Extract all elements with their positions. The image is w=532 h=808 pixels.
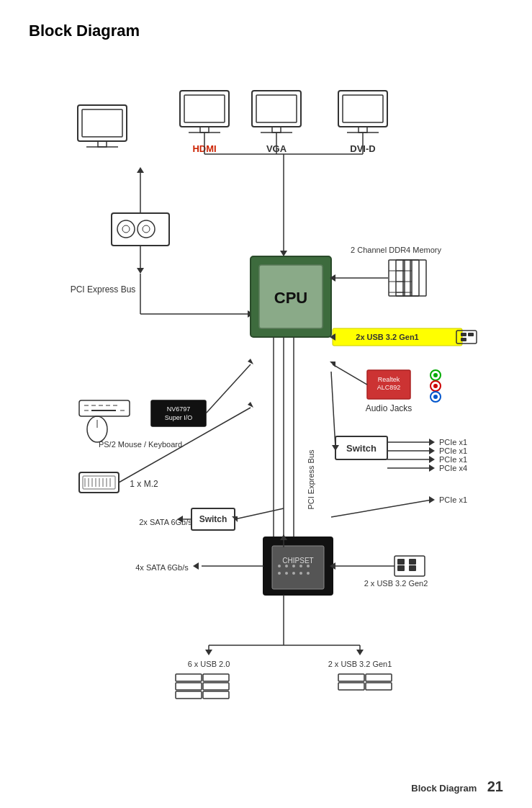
svg-rect-9 bbox=[256, 95, 297, 122]
svg-rect-141 bbox=[203, 674, 229, 681]
svg-point-116 bbox=[285, 572, 288, 575]
diagram-area: HDMI VGA DVI-D bbox=[29, 48, 504, 753]
svg-rect-140 bbox=[176, 691, 202, 699]
svg-marker-98 bbox=[429, 447, 435, 454]
ps2-label: PS/2 Mouse / Keyboard bbox=[99, 440, 182, 449]
svg-rect-138 bbox=[176, 674, 202, 681]
svg-rect-129 bbox=[409, 565, 416, 571]
usb20-icon bbox=[176, 674, 229, 699]
svg-point-114 bbox=[307, 565, 310, 567]
svg-rect-22 bbox=[112, 213, 169, 246]
svg-rect-50 bbox=[461, 338, 466, 341]
svg-rect-10 bbox=[272, 127, 281, 133]
svg-text:Super I/O: Super I/O bbox=[165, 414, 193, 421]
svg-rect-35 bbox=[389, 260, 405, 296]
svg-text:NV6797: NV6797 bbox=[167, 405, 191, 413]
cpu-label: CPU bbox=[274, 289, 307, 307]
footer-label: Block Diagram bbox=[411, 783, 477, 794]
svg-text:Realtek: Realtek bbox=[378, 376, 400, 383]
svg-rect-139 bbox=[176, 683, 202, 690]
svg-marker-94 bbox=[332, 445, 339, 451]
svg-line-105 bbox=[235, 508, 284, 519]
svg-rect-147 bbox=[366, 683, 392, 690]
footer-number: 21 bbox=[487, 778, 503, 794]
svg-rect-8 bbox=[252, 91, 301, 127]
svg-rect-13 bbox=[343, 95, 383, 122]
m2-icon bbox=[79, 472, 119, 493]
svg-point-118 bbox=[299, 572, 302, 575]
svg-marker-137 bbox=[356, 650, 364, 655]
svg-point-24 bbox=[122, 225, 130, 233]
pcie-bus-vertical-label: PCI Express Bus bbox=[307, 449, 315, 510]
usb32gen1-cpu-label: 2x USB 3.2 Gen1 bbox=[356, 333, 418, 341]
svg-point-117 bbox=[292, 572, 295, 575]
svg-point-23 bbox=[117, 220, 135, 238]
svg-point-113 bbox=[299, 565, 302, 567]
svg-rect-144 bbox=[338, 674, 364, 681]
svg-text:ALC892: ALC892 bbox=[377, 384, 401, 391]
mouse-icon bbox=[87, 416, 107, 442]
svg-marker-62 bbox=[330, 362, 335, 367]
svg-rect-49 bbox=[468, 333, 474, 336]
svg-point-119 bbox=[307, 572, 310, 575]
keyboard-icon bbox=[79, 400, 130, 416]
svg-rect-48 bbox=[461, 333, 466, 336]
monitor-left-icon bbox=[78, 105, 127, 147]
pcie-x1-5: PCIe x1 bbox=[439, 495, 467, 504]
svg-rect-128 bbox=[397, 565, 405, 571]
svg-rect-43 bbox=[403, 260, 419, 296]
svg-rect-6 bbox=[200, 127, 209, 133]
svg-rect-39 bbox=[396, 260, 412, 296]
svg-marker-21 bbox=[280, 251, 287, 256]
svg-rect-109 bbox=[272, 546, 324, 589]
page-title: Block Diagram bbox=[29, 22, 503, 40]
svg-marker-124 bbox=[193, 562, 199, 570]
svg-point-25 bbox=[137, 220, 155, 238]
svg-rect-143 bbox=[203, 691, 229, 699]
svg-rect-5 bbox=[184, 95, 225, 122]
usb32gen2-icon bbox=[395, 556, 425, 576]
svg-point-111 bbox=[285, 565, 288, 567]
svg-marker-104 bbox=[429, 496, 435, 503]
svg-marker-30 bbox=[137, 167, 144, 173]
block-diagram-svg: HDMI VGA DVI-D bbox=[29, 48, 504, 753]
ddr4-label: 2 Channel DDR4 Memory bbox=[351, 246, 441, 254]
sata-4x-label: 4x SATA 6Gb/s bbox=[135, 563, 189, 572]
svg-marker-135 bbox=[205, 650, 212, 655]
svg-marker-96 bbox=[429, 439, 435, 446]
switch-top-label: Switch bbox=[346, 443, 377, 454]
svg-rect-14 bbox=[359, 127, 367, 133]
svg-point-115 bbox=[278, 572, 281, 575]
pcie-x1-2: PCIe x1 bbox=[439, 446, 467, 455]
svg-rect-0 bbox=[78, 105, 127, 141]
svg-rect-65 bbox=[79, 400, 130, 416]
svg-rect-4 bbox=[180, 91, 229, 127]
svg-rect-12 bbox=[338, 91, 387, 127]
svg-point-56 bbox=[433, 373, 438, 377]
svg-line-103 bbox=[331, 500, 432, 517]
ddr4-memory-icon bbox=[389, 260, 426, 296]
pcie-x1-1: PCIe x1 bbox=[439, 438, 467, 446]
svg-rect-2 bbox=[98, 141, 107, 147]
svg-line-61 bbox=[333, 364, 367, 385]
svg-rect-44 bbox=[410, 260, 426, 296]
svg-rect-145 bbox=[338, 683, 364, 690]
switch-bot-label: Switch bbox=[199, 514, 227, 524]
svg-rect-126 bbox=[397, 559, 405, 565]
pcie-x1-3: PCIe x1 bbox=[439, 455, 467, 464]
page: Block Diagram bbox=[0, 0, 532, 808]
monitor-vga-icon bbox=[252, 91, 301, 133]
svg-rect-1 bbox=[82, 109, 122, 137]
svg-point-110 bbox=[278, 565, 281, 567]
svg-marker-89 bbox=[248, 402, 253, 408]
monitor-dvid-icon bbox=[338, 91, 387, 133]
svg-marker-102 bbox=[429, 464, 435, 472]
svg-point-60 bbox=[433, 395, 438, 399]
svg-line-93 bbox=[331, 372, 335, 448]
svg-text:CHIPSET: CHIPSET bbox=[282, 557, 313, 565]
svg-point-26 bbox=[143, 225, 150, 233]
pcie-x4: PCIe x4 bbox=[439, 464, 467, 472]
pcie-bus-label: PCI Express Bus bbox=[71, 284, 136, 295]
usb32gen2-label: 2 x USB 3.2 Gen2 bbox=[364, 579, 428, 588]
svg-rect-146 bbox=[366, 674, 392, 681]
